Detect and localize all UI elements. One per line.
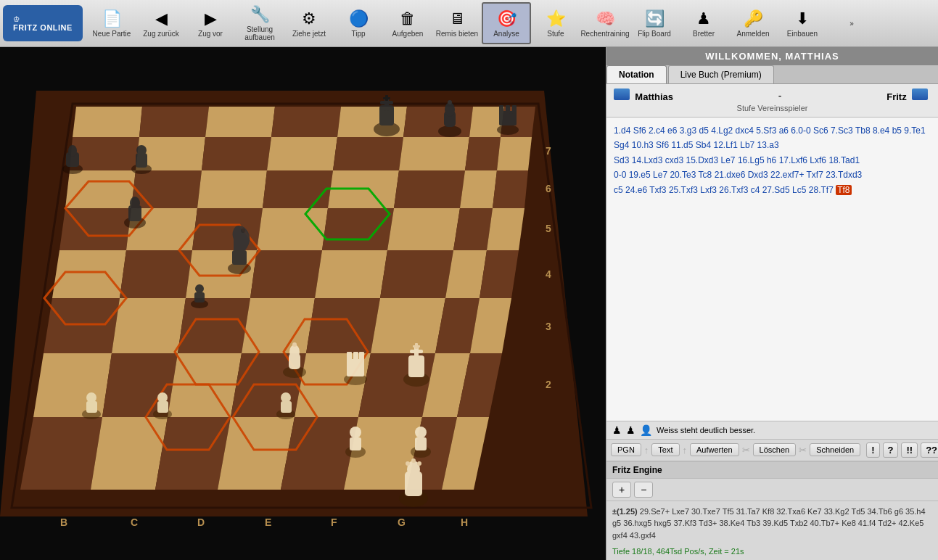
move-8e4[interactable]: 8.e4 (873, 125, 889, 136)
move-10h3[interactable]: 10.h3 (632, 140, 654, 150)
move-15dxd3[interactable]: 15.Dxd3 (686, 155, 718, 165)
engine-plus-button[interactable]: + (612, 482, 631, 498)
toolbar-more[interactable]: » (827, 2, 876, 44)
move-3g3[interactable]: 3.g3 (680, 125, 696, 136)
move-lxf3[interactable]: Lxf3 (700, 185, 717, 195)
tab-notation[interactable]: Notation (606, 65, 667, 83)
move-a6[interactable]: a6 (779, 125, 789, 136)
move-dxc4[interactable]: dxc4 (736, 125, 754, 136)
move-2c4[interactable]: 2.c4 (649, 125, 665, 136)
move-9te1[interactable]: 9.Te1 (904, 125, 925, 136)
toolbar-bretter[interactable]: ♟ Bretter (679, 2, 728, 44)
toolbar-einbauen[interactable]: ⬇ Einbauen (778, 2, 827, 44)
move-14lxd3[interactable]: 14.Lxd3 (632, 155, 663, 165)
tab-live-buch[interactable]: Live Buch (Premium) (668, 65, 774, 83)
move-00[interactable]: 0-0 (614, 170, 626, 180)
move-23tdxd3[interactable]: 23.Tdxd3 (826, 170, 862, 180)
toolbar-zug-zurueck[interactable]: ◀ Zug zurück (136, 2, 186, 44)
text-button[interactable]: Text (651, 443, 679, 456)
aufwerten-button[interactable]: Aufwerten (690, 443, 739, 456)
move-25txf3[interactable]: 25.Txf3 (669, 185, 698, 195)
toolbar-remis-bieten[interactable]: 🖥 Remis bieten (432, 2, 482, 44)
svg-marker-14 (333, 137, 403, 170)
players-row: Matthias - Fritz (614, 88, 931, 102)
toolbar-zug-vor[interactable]: ▶ Zug vor (186, 2, 235, 44)
action-bar: PGN ↑ Text ↑ Aufwerten ✂ Löschen ✂ Schne… (606, 440, 938, 461)
move-11d5[interactable]: 11.d5 (671, 140, 693, 150)
pgn-button[interactable]: PGN (611, 443, 641, 456)
move-20te3[interactable]: 20.Te3 (670, 170, 696, 180)
toolbar-stufe[interactable]: ⭐ Stufe (531, 2, 580, 44)
move-26txf3[interactable]: 26.Txf3 (719, 185, 748, 195)
toolbar-stellung-aufbauen[interactable]: 🔧 Stellung aufbauen (235, 2, 284, 44)
move-sf6[interactable]: Sf6 (633, 125, 646, 136)
move-h6[interactable]: h6 (767, 155, 776, 165)
chess-board-area[interactable]: B C D E F G H 7 6 5 4 3 2 (0, 47, 606, 560)
move-tc8[interactable]: Tc8 (699, 170, 712, 180)
svg-point-113 (281, 392, 291, 403)
move-e6[interactable]: e6 (667, 125, 677, 136)
toolbar-rechentraining[interactable]: 🧠 Rechentraining (580, 2, 630, 44)
toolbar-analyse[interactable]: 🎯 Analyse (482, 2, 531, 44)
toolbar-anmelden[interactable]: 🔑 Anmelden (728, 2, 778, 44)
move-le7b[interactable]: Le7 (653, 170, 667, 180)
move-lc5[interactable]: Lc5 (792, 185, 806, 195)
move-sb4[interactable]: Sb4 (696, 140, 711, 150)
schneiden-button[interactable]: Schneiden (810, 443, 860, 456)
move-c5[interactable]: c5 (614, 185, 623, 195)
toolbar-ziehe-jetzt[interactable]: ⚙ Ziehe jetzt (284, 2, 334, 44)
move-22exf7[interactable]: 22.exf7+ (770, 170, 804, 180)
move-12lf1[interactable]: 12.Lf1 (714, 140, 738, 150)
move-tb8[interactable]: Tb8 (855, 125, 871, 136)
toolbar-tipp[interactable]: 🔵 Tipp (334, 2, 383, 44)
svg-rect-89 (512, 105, 517, 114)
move-17lxf6[interactable]: 17.Lxf6 (779, 155, 807, 165)
move-txf3[interactable]: Txf3 (649, 185, 666, 195)
toolbar-neue-partie[interactable]: 📄 Neue Partie (87, 2, 136, 44)
move-tf8-highlight[interactable]: Tf8 (836, 185, 851, 195)
svg-point-107 (86, 392, 96, 403)
svg-marker-18 (65, 170, 136, 208)
svg-text:D: D (197, 516, 205, 528)
move-16lg5[interactable]: 16.Lg5 (738, 155, 765, 165)
move-lxf6[interactable]: Lxf6 (810, 155, 826, 165)
move-sc6[interactable]: Sc6 (813, 125, 828, 136)
move-7sc3[interactable]: 7.Sc3 (831, 125, 853, 136)
svg-rect-106 (86, 401, 97, 413)
move-19e5[interactable]: 19.e5 (629, 170, 651, 180)
move-1d4[interactable]: 1.d4 (614, 125, 630, 136)
move-dxd3[interactable]: Dxd3 (748, 170, 768, 180)
move-cxd3[interactable]: cxd3 (665, 155, 683, 165)
move-txf7[interactable]: Txf7 (807, 170, 823, 180)
move-4lg2[interactable]: 4.Lg2 (711, 125, 733, 136)
move-sg4[interactable]: Sg4 (614, 140, 629, 150)
move-600[interactable]: 6.0-0 (791, 125, 810, 136)
move-le7[interactable]: Le7 (721, 155, 736, 165)
move-lb7[interactable]: Lb7 (740, 140, 754, 150)
move-sf6b[interactable]: Sf6 (656, 140, 669, 150)
move-18tad1[interactable]: 18.Tad1 (828, 155, 860, 165)
fritz-logo[interactable]: ♔ FRITZ ONLINE (3, 5, 83, 41)
move-24e6[interactable]: 24.e6 (625, 185, 647, 195)
svg-point-81 (438, 125, 461, 137)
move-sd3[interactable]: Sd3 (614, 155, 629, 165)
move-21dxe6[interactable]: 21.dxe6 (715, 170, 746, 180)
move-c4[interactable]: c4 (751, 185, 760, 195)
svg-marker-16 (465, 137, 501, 170)
move-13a3[interactable]: 13.a3 (757, 140, 779, 150)
loeschen-button[interactable]: Löschen (753, 443, 797, 456)
symbol-question-button[interactable]: ? (883, 442, 899, 458)
move-27sd5[interactable]: 27.Sd5 (762, 185, 790, 195)
toolbar-flip-board[interactable]: 🔄 Flip Board (630, 2, 679, 44)
symbol-double-exclaim-button[interactable]: !! (901, 442, 918, 458)
move-b5[interactable]: b5 (892, 125, 902, 136)
move-28tf7[interactable]: 28.Tf7 (809, 185, 834, 195)
symbol-double-question-button[interactable]: ?? (921, 442, 938, 458)
move-5sf3[interactable]: 5.Sf3 (756, 125, 776, 136)
move-d5[interactable]: d5 (699, 125, 709, 136)
svg-rect-122 (347, 352, 352, 362)
notation-area[interactable]: 1.d4 Sf6 2.c4 e6 3.g3 d5 4.Lg2 dxc4 5.Sf… (606, 118, 938, 421)
toolbar-aufgeben[interactable]: 🗑 Aufgeben (383, 2, 432, 44)
symbol-exclaim-button[interactable]: ! (866, 442, 879, 458)
engine-minus-button[interactable]: − (634, 482, 653, 498)
